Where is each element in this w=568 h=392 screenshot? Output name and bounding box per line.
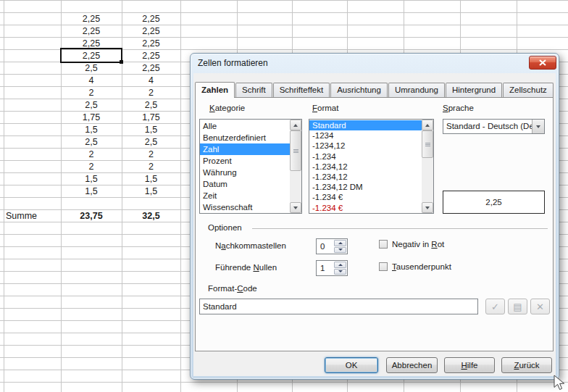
category-item[interactable]: Benutzerdefiniert (200, 132, 290, 143)
selected-cell-outline[interactable] (60, 48, 122, 63)
scroll-up-button[interactable] (290, 120, 301, 130)
thousands-separator-checkbox[interactable]: Tausenderpunkt (379, 262, 451, 271)
back-button[interactable]: Zurück (501, 357, 552, 373)
category-item[interactable]: Währung (200, 167, 290, 178)
scroll-thumb[interactable] (290, 130, 301, 171)
category-scrollbar[interactable] (290, 120, 301, 213)
tab[interactable]: Schrift (235, 83, 272, 97)
cell-value-2[interactable]: 1,5 (122, 173, 180, 185)
combo-dropdown-button[interactable] (532, 120, 544, 133)
sheet-row[interactable]: 2 2 (4, 149, 180, 161)
scroll-down-button[interactable] (290, 202, 301, 213)
format-item[interactable]: -1.234 € (309, 203, 422, 213)
cell-value-2[interactable]: 1,5 (122, 185, 180, 198)
cell-label[interactable] (4, 136, 61, 149)
scroll-down-button[interactable] (422, 202, 433, 213)
category-item[interactable]: Alle (200, 120, 290, 132)
cell-label[interactable] (4, 149, 61, 161)
scroll-up-button[interactable] (422, 120, 433, 130)
checkbox-icon[interactable] (379, 240, 388, 249)
cell-value-2[interactable]: 2 (122, 87, 180, 99)
category-item[interactable]: Prozent (200, 155, 290, 167)
cell-value-1[interactable]: 2,25 (61, 25, 122, 38)
cell-label[interactable] (4, 50, 61, 62)
format-item[interactable]: Standard (309, 120, 422, 130)
cell-label[interactable] (4, 25, 61, 38)
category-item[interactable]: Zahl (200, 143, 290, 155)
checkbox-icon[interactable] (379, 262, 388, 271)
tab[interactable]: Zahlen (195, 82, 235, 98)
cell-label[interactable] (4, 112, 61, 124)
scroll-track[interactable] (422, 158, 433, 202)
cell-label[interactable] (4, 185, 61, 198)
cell-value-2[interactable]: 2,5 (122, 136, 180, 149)
sheet-row[interactable]: 1,5 1,5 (4, 124, 180, 136)
accept-button[interactable]: ✓ (485, 299, 505, 314)
category-item[interactable]: Wissenschaft (200, 201, 290, 213)
negative-red-checkbox[interactable]: Negativ in Rot (379, 240, 444, 249)
edit-comment-button[interactable]: ▤ (508, 299, 527, 314)
leading-zeros-value[interactable]: 1 (317, 262, 334, 275)
cancel-button[interactable]: Abbrechen (386, 357, 438, 373)
cell-value-2[interactable]: 2,25 (122, 13, 180, 25)
cell-label[interactable] (4, 99, 61, 112)
cell-value-1[interactable]: 2,5 (61, 136, 122, 149)
tab[interactable]: Schrifteffekt (273, 83, 330, 97)
close-button[interactable] (529, 56, 556, 70)
cell-value-1[interactable]: 2,5 (61, 99, 122, 112)
decimals-value[interactable]: 0 (317, 240, 334, 253)
cell-value-1[interactable]: 2,5 (61, 62, 122, 75)
spin-up-button[interactable] (334, 240, 346, 246)
cell-label[interactable] (4, 13, 61, 25)
category-item[interactable]: Zeit (200, 190, 290, 201)
cell-value-2[interactable]: 2,5 (122, 99, 180, 112)
tab[interactable]: Hintergrund (446, 83, 502, 97)
help-button[interactable]: Hilfe (444, 357, 495, 373)
sheet-row[interactable]: 1,5 1,5 (4, 185, 180, 198)
sheet-row[interactable]: 2,25 2,25 (4, 13, 180, 25)
sheet-row[interactable]: 2,5 2,5 (4, 99, 180, 112)
sheet-row[interactable]: 4 4 (4, 75, 180, 87)
summe-row[interactable]: Summe 23,75 32,5 (4, 210, 180, 222)
leading-zeros-spinner[interactable]: 1 (316, 260, 348, 276)
category-list[interactable]: AlleBenutzerdefiniertZahlProzentWährungD… (199, 119, 302, 214)
cell-value-1[interactable]: 1,75 (61, 112, 122, 124)
cell-value-1[interactable]: 1,5 (61, 124, 122, 136)
cell-value-1[interactable]: 1,5 (61, 173, 122, 185)
category-item[interactable]: Datum (200, 178, 290, 190)
summe-label[interactable]: Summe (4, 210, 61, 222)
format-item[interactable]: -1234,12 (309, 141, 422, 151)
format-code-input[interactable] (199, 299, 478, 314)
cell-value-2[interactable]: 2,25 (122, 62, 180, 75)
cell-label[interactable] (4, 62, 61, 75)
tab[interactable]: Ausrichtung (330, 83, 388, 97)
ok-button[interactable]: OK (325, 357, 378, 373)
sheet-row[interactable]: 2,5 2,5 (4, 136, 180, 149)
cell-value-1[interactable]: 2 (61, 87, 122, 99)
format-item[interactable]: -1.234 (309, 151, 422, 162)
format-item[interactable]: -1.234,12 DM (309, 182, 422, 192)
cell-value-1[interactable]: 2 (61, 161, 122, 173)
sheet-row[interactable]: 1,75 1,75 (4, 112, 180, 124)
cell-value-1[interactable]: 2 (61, 149, 122, 161)
cell-value-2[interactable]: 4 (122, 75, 180, 87)
summe-value-1[interactable]: 23,75 (61, 210, 122, 222)
fill-handle[interactable] (120, 60, 123, 64)
spin-down-button[interactable] (334, 269, 346, 275)
cell-value-2[interactable]: 2 (122, 149, 180, 161)
cell-label[interactable] (4, 173, 61, 185)
tab[interactable]: Umrandung (388, 83, 445, 97)
cell-value-1[interactable]: 2,25 (61, 13, 122, 25)
cell-label[interactable] (4, 124, 61, 136)
scroll-thumb[interactable] (422, 130, 433, 158)
delete-button[interactable]: ✕ (530, 299, 550, 314)
cell-label[interactable] (4, 75, 61, 87)
cell-label[interactable] (4, 38, 61, 50)
spin-down-button[interactable] (334, 247, 346, 254)
format-item[interactable]: -1.234,12 (309, 172, 422, 182)
cell-value-2[interactable]: 1,75 (122, 112, 180, 124)
cell-value-2[interactable]: 1,5 (122, 124, 180, 136)
tab[interactable]: Zellschutz (503, 83, 554, 97)
cell-value-2[interactable]: 2 (122, 161, 180, 173)
sheet-row[interactable]: 1,5 1,5 (4, 173, 180, 185)
